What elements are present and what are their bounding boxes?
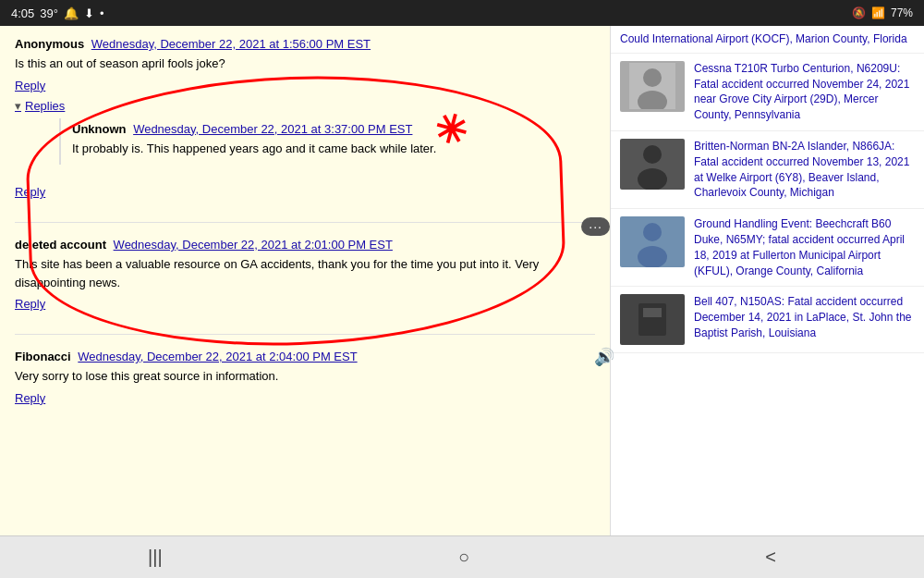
sidebar-item-2-text: Britten-Norman BN-2A Islander, N866JA: F… <box>694 139 915 201</box>
sidebar-top-text: Could International Airport (KOCF), Mari… <box>620 31 915 47</box>
comment-3-author: Fibonacci <box>15 350 71 363</box>
comment-1-author: Anonymous <box>15 37 84 51</box>
status-icon-download: ⬇ <box>84 6 94 20</box>
sidebar-item-4[interactable]: Bell 407, N150AS: Fatal accident occurre… <box>611 287 924 353</box>
nav-bar: ||| ○ < <box>0 535 924 578</box>
comment-3-text: Very sorry to lose this great source in … <box>15 367 595 386</box>
svg-point-1 <box>643 68 662 87</box>
left-panel: ✳ Anonymous Wednesday, December 22, 2021… <box>0 26 610 535</box>
sidebar-top-item[interactable]: Could International Airport (KOCF), Mari… <box>611 26 924 54</box>
volume-icon[interactable]: 🔊 <box>610 347 614 367</box>
sidebar-item-1[interactable]: Cessna T210R Turbo Centurion, N6209U: Fa… <box>611 54 924 131</box>
divider-1 <box>15 222 595 223</box>
battery-pct: 77% <box>891 6 913 19</box>
nav-back[interactable]: < <box>743 539 798 575</box>
svg-rect-11 <box>643 308 662 317</box>
nav-home[interactable]: ○ <box>436 539 492 575</box>
comment-3-date[interactable]: Wednesday, December 22, 2021 at 2:04:00 … <box>78 350 357 363</box>
status-icon-notification: 🔔 <box>64 6 79 20</box>
sidebar-thumb-4 <box>620 294 685 345</box>
reply-1-1-header: Unknown Wednesday, December 22, 2021 at … <box>72 122 595 136</box>
comment-3: Fibonacci Wednesday, December 22, 2021 a… <box>15 346 595 410</box>
comment-2-header: deleted account Wednesday, December 22, … <box>15 238 595 252</box>
sidebar-thumb-3 <box>620 216 685 267</box>
sound-icon: 🔕 <box>852 6 866 19</box>
divider-2 <box>15 334 595 335</box>
comment-2-author: deleted account <box>15 238 106 252</box>
comment-2-date[interactable]: Wednesday, December 22, 2021 at 2:01:00 … <box>114 238 393 252</box>
comment-1-reply-bottom[interactable]: Reply <box>15 185 45 199</box>
svg-point-5 <box>638 168 667 190</box>
comment-1-reply[interactable]: Reply <box>15 79 45 92</box>
status-time: 4:05 <box>11 6 34 20</box>
wifi-icon: 📶 <box>871 6 885 19</box>
comment-1-date[interactable]: Wednesday, December 22, 2021 at 1:56:00 … <box>91 37 371 51</box>
nav-recents[interactable]: ||| <box>126 539 185 575</box>
sidebar-item-1-text: Cessna T210R Turbo Centurion, N6209U: Fa… <box>694 61 915 123</box>
status-temp: 39° <box>40 6 58 20</box>
comment-2: deleted account Wednesday, December 22, … <box>15 234 595 315</box>
svg-point-4 <box>643 145 662 164</box>
comment-2-reply[interactable]: Reply <box>15 297 45 311</box>
svg-point-7 <box>643 223 662 241</box>
status-right: 🔕 📶 77% <box>852 6 913 19</box>
status-bar: 4:05 39° 🔔 ⬇ • 🔕 📶 77% <box>0 0 924 26</box>
svg-point-8 <box>638 246 667 267</box>
comment-3-reply[interactable]: Reply <box>15 391 45 405</box>
sidebar-item-4-text: Bell 407, N150AS: Fatal accident occurre… <box>694 294 915 345</box>
sidebar-item-3-text: Ground Handling Event: Beechcraft B60 Du… <box>694 216 915 278</box>
comment-3-header: Fibonacci Wednesday, December 22, 2021 a… <box>15 350 595 363</box>
sidebar-thumb-1 <box>620 61 685 112</box>
replies-label-1: Replies <box>25 99 65 113</box>
sidebar-thumb-2 <box>620 139 685 190</box>
reply-indent-1: Unknown Wednesday, December 22, 2021 at … <box>59 118 595 166</box>
comment-1: Anonymous Wednesday, December 22, 2021 a… <box>15 33 595 203</box>
replies-toggle-1[interactable]: Replies <box>15 99 595 113</box>
right-panel: ··· 🔊 Could International Airport (KOCF)… <box>610 26 924 535</box>
reply-1-1-text: It probably is. This happened years ago … <box>72 140 595 158</box>
comment-1-text: Is this an out of season april fools jok… <box>15 55 595 73</box>
sidebar-item-3[interactable]: Ground Handling Event: Beechcraft B60 Du… <box>611 209 924 287</box>
reply-1-1-author: Unknown <box>72 122 127 136</box>
reply-1-1-date[interactable]: Wednesday, December 22, 2021 at 3:37:00 … <box>133 122 412 136</box>
comment-1-header: Anonymous Wednesday, December 22, 2021 a… <box>15 37 595 51</box>
status-left: 4:05 39° 🔔 ⬇ • <box>11 6 104 20</box>
main-area: ✳ Anonymous Wednesday, December 22, 2021… <box>0 26 924 535</box>
status-dot: • <box>100 6 104 20</box>
sidebar-item-2[interactable]: Britten-Norman BN-2A Islander, N866JA: F… <box>611 131 924 209</box>
comment-2-text: This site has been a valuable resource o… <box>15 255 595 291</box>
reply-1-1: Unknown Wednesday, December 22, 2021 at … <box>72 118 595 166</box>
